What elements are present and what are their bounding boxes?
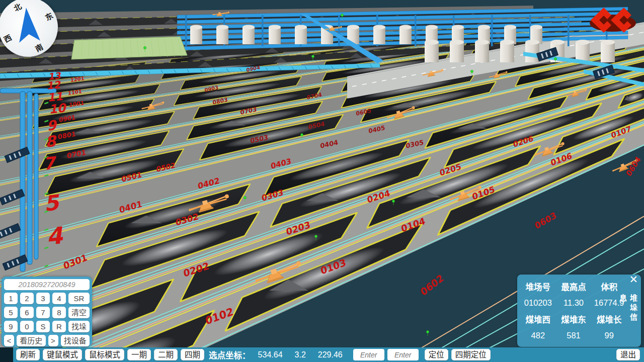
phase-1-button[interactable]: 一期 — [127, 349, 151, 360]
keypad-button-view-history-button[interactable]: 看历史 — [17, 335, 46, 346]
exit-button[interactable]: 退出 — [616, 349, 640, 360]
keypad-button-find-device-button[interactable]: 找设备 — [61, 335, 90, 346]
info-header: 煤堆东 — [561, 313, 586, 325]
toolbar-locate-buttons: 定位四期定位 — [425, 349, 491, 360]
status-dot — [300, 133, 303, 136]
row-number-10: 10 — [48, 101, 67, 117]
company-logo — [588, 4, 638, 37]
info-value: 581 — [567, 331, 581, 340]
keypad-button-key-5[interactable]: 5 — [4, 307, 18, 318]
pile-search-keypad-panel: 1234SR5678清空90SR找垛<看历史>找设备 — [2, 277, 92, 347]
mouse-mode-button[interactable]: 鼠标模式 — [85, 349, 124, 360]
status-dot — [143, 46, 146, 49]
keypad-button-key-2[interactable]: 2 — [20, 293, 34, 304]
silo — [373, 27, 385, 44]
keypad-button-key-1[interactable]: 1 — [4, 293, 18, 304]
toolbar-mode-buttons: 刷新键鼠模式鼠标模式一期二期四期 — [16, 349, 204, 360]
status-dot — [392, 200, 394, 202]
keypad-button-key-4[interactable]: 4 — [52, 293, 66, 304]
history-timestamp-input[interactable] — [4, 279, 90, 290]
status-dot — [341, 14, 343, 16]
pile-label-0602[interactable]: 0602 — [419, 272, 445, 299]
refresh-button[interactable]: 刷新 — [16, 349, 40, 360]
coord-y-value: 3.2 — [295, 350, 306, 359]
keypad-button-clear-button[interactable]: 清空 — [68, 307, 90, 318]
silo — [525, 42, 539, 62]
keypad-button-key-0[interactable]: 0 — [20, 321, 34, 332]
selected-point-coords-label: 选点坐标： — [209, 349, 251, 361]
compass-arrow-icon — [0, 0, 61, 60]
silo — [450, 42, 464, 62]
status-dot — [554, 57, 556, 60]
info-value: 010203 — [524, 298, 552, 308]
silo — [500, 42, 514, 62]
keypad-button-key-sr[interactable]: SR — [68, 293, 90, 304]
phase-4-locate-button[interactable]: 四期定位 — [451, 349, 491, 360]
coord-x-value: 534.64 — [258, 350, 283, 359]
coal-yard-monitoring-app: 0904090308030703050305040704060504040405… — [0, 0, 644, 362]
locate-button[interactable]: 定位 — [425, 349, 448, 360]
coord-z-value: 229.46 — [318, 350, 343, 359]
keypad-button-history-prev-button[interactable]: < — [4, 335, 14, 346]
silo — [475, 42, 489, 62]
info-header: 体积 — [601, 281, 617, 293]
status-dot — [470, 70, 473, 72]
keypad-button-key-8[interactable]: 8 — [52, 307, 66, 318]
info-value: 11.30 — [564, 298, 584, 308]
silo — [269, 27, 281, 44]
keypad-buttons: 1234SR5678清空90SR找垛<看历史>找设备 — [4, 293, 90, 346]
silo — [425, 42, 439, 62]
keypad-button-key-6[interactable]: 6 — [20, 307, 34, 318]
keyboard-mouse-mode-button[interactable]: 键鼠模式 — [43, 349, 82, 360]
silo — [295, 27, 307, 44]
silo — [243, 27, 255, 44]
info-value: 99 — [604, 331, 613, 340]
pile-info-panel: ✕ 堆场号最高点体积01020311.3016774.9煤堆西煤堆东煤堆长482… — [517, 275, 641, 347]
info-header: 煤堆西 — [526, 313, 551, 325]
silo — [601, 42, 615, 62]
keypad-button-key-9[interactable]: 9 — [4, 321, 18, 332]
info-value: 482 — [531, 331, 545, 340]
keypad-button-key-7[interactable]: 7 — [36, 307, 50, 318]
phase-2-button[interactable]: 二期 — [154, 349, 178, 360]
status-dot — [314, 235, 317, 237]
green-field — [71, 37, 187, 59]
status-dot — [311, 55, 314, 57]
silo — [190, 27, 202, 44]
keypad-button-key-3[interactable]: 3 — [36, 293, 50, 304]
status-dot — [426, 330, 429, 333]
coord-input-1[interactable] — [353, 349, 384, 360]
pile-label-0603[interactable]: 0603 — [533, 210, 558, 231]
coord-entry-inputs — [350, 349, 419, 360]
keypad-button-key-s[interactable]: S — [36, 321, 50, 332]
silo — [399, 27, 412, 44]
pile-info-grid: 堆场号最高点体积01020311.3016774.9煤堆西煤堆东煤堆长48258… — [520, 279, 627, 344]
keypad-button-find-pile-button[interactable]: 找垛 — [68, 321, 90, 332]
bottom-toolbar: 刷新键鼠模式鼠标模式一期二期四期 选点坐标： 534.64 3.2 229.46… — [0, 347, 644, 362]
phase-4-button[interactable]: 四期 — [181, 349, 204, 360]
keypad-button-history-next-button[interactable]: > — [48, 335, 58, 346]
silo — [216, 27, 228, 44]
keypad-button-key-r[interactable]: R — [52, 321, 66, 332]
info-header: 最高点 — [561, 281, 586, 293]
status-dot — [244, 196, 246, 199]
coord-input-2[interactable] — [387, 349, 419, 360]
info-header: 堆场号 — [526, 281, 551, 293]
close-icon[interactable]: ✕ — [629, 274, 638, 286]
pile-label-0604[interactable]: 0604 — [624, 155, 642, 178]
pile-info-side-label: 堆垛信息 — [617, 294, 638, 330]
